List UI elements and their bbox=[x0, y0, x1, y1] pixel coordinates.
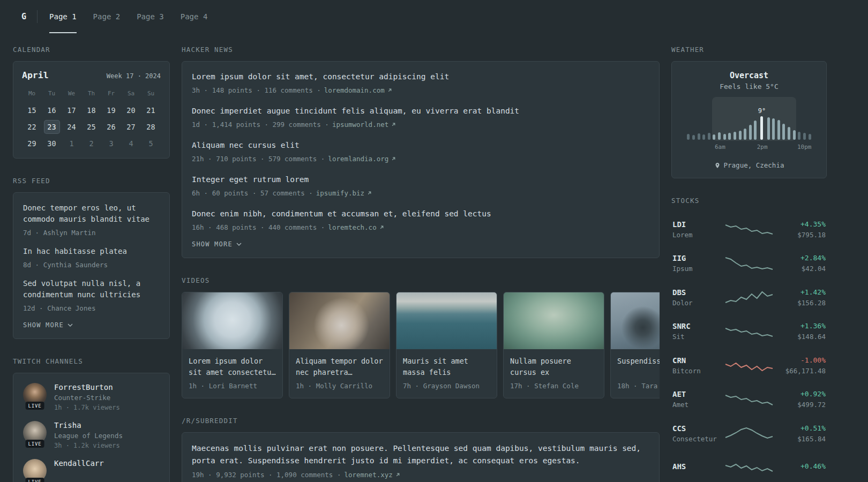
stock-values: +0.46% bbox=[775, 462, 826, 473]
weather-bar bbox=[802, 108, 807, 140]
app-logo[interactable]: G bbox=[21, 0, 37, 33]
video-thumbnail[interactable] bbox=[289, 292, 390, 349]
video-body: Mauris sit amet massa felis 7h · Grayson… bbox=[396, 349, 497, 398]
video-title[interactable]: Aliquam tempor dolor nec pharetra… bbox=[296, 356, 383, 378]
page-tab[interactable]: Page 4 bbox=[181, 0, 208, 33]
dashboard-columns: CALENDAR April Week 17 · 2024 MoTuWeThFr… bbox=[0, 33, 868, 482]
stock-values: +1.36% $148.64 bbox=[775, 321, 826, 341]
weather-bar bbox=[766, 108, 771, 140]
hackernews-item: Donec enim nibh, condimentum et accumsan… bbox=[192, 208, 649, 232]
hackernews-item-domain[interactable]: ipsumworld.net bbox=[332, 120, 396, 129]
video-title[interactable]: Mauris sit amet massa felis bbox=[403, 356, 490, 378]
video-thumbnail[interactable] bbox=[611, 292, 660, 349]
stock-row[interactable]: LDI Lorem +4.35% $795.18 bbox=[671, 212, 827, 246]
subreddit-post-domain[interactable]: loremnet.xyz bbox=[344, 470, 400, 479]
live-badge: LIVE bbox=[26, 402, 44, 410]
weather-bar bbox=[712, 108, 717, 140]
hackernews-item-title[interactable]: Lorem ipsum dolor sit amet, consectetur … bbox=[192, 71, 649, 82]
stocks-list: LDI Lorem +4.35% $795.18 bbox=[671, 212, 827, 482]
glance-dashboard: G Page 1 Page 2 Page 3 Page 4 CALENDAR A… bbox=[0, 0, 868, 482]
external-link-icon bbox=[395, 472, 401, 478]
chevron-down-icon bbox=[236, 243, 242, 246]
video-title[interactable]: Lorem ipsum dolor sit amet consectetu… bbox=[189, 356, 276, 378]
calendar-day: 2 bbox=[84, 137, 100, 150]
subreddit-post-title[interactable]: Maecenas mollis pulvinar erat non posuer… bbox=[192, 442, 649, 467]
hackernews-item-title[interactable]: Donec enim nibh, condimentum et accumsan… bbox=[192, 208, 649, 220]
calendar-day: 20 bbox=[123, 103, 139, 117]
stock-row[interactable]: SNRC Sit +1.36% $148.64 bbox=[671, 314, 827, 349]
subreddit-post-meta: 19h · 9,932 points · 1,090 comments · lo… bbox=[192, 470, 649, 479]
rss-show-more[interactable]: SHOW MORE bbox=[23, 321, 73, 329]
video-title[interactable]: Nullam posuere cursus ex bbox=[510, 356, 597, 378]
stock-sparkline bbox=[725, 391, 773, 407]
calendar-day: 19 bbox=[103, 103, 119, 117]
stock-sparkline bbox=[725, 425, 773, 441]
calendar-widget-header: CALENDAR bbox=[13, 46, 170, 54]
show-more-label: SHOW MORE bbox=[23, 321, 64, 329]
video-thumbnail[interactable] bbox=[182, 292, 282, 349]
hackernews-list: Lorem ipsum dolor sit amet, consectetur … bbox=[192, 71, 649, 232]
hackernews-item: Donec imperdiet augue tincidunt felis al… bbox=[192, 106, 649, 129]
hackernews-item-domain[interactable]: loremdomain.com bbox=[324, 86, 393, 95]
weather-location-label: Prague, Czechia bbox=[724, 161, 784, 169]
subreddit-list: Maecenas mollis pulvinar erat non posuer… bbox=[192, 442, 649, 479]
video-meta: 1h · Molly Carrillo bbox=[296, 381, 383, 390]
stock-row[interactable]: AET Amet +0.92% $499.72 bbox=[671, 382, 827, 417]
weather-time-axis: 6am2pm10pm bbox=[686, 144, 812, 151]
hackernews-show-more[interactable]: SHOW MORE bbox=[192, 240, 242, 248]
weather-bar bbox=[807, 108, 812, 140]
hackernews-widget: HACKER NEWS Lorem ipsum dolor sit amet, … bbox=[182, 46, 660, 258]
hackernews-item-domain[interactable]: loremlandia.org bbox=[328, 154, 396, 163]
stock-ticker: CCS bbox=[672, 424, 723, 433]
subreddit-card: Maecenas mollis pulvinar erat non posuer… bbox=[182, 432, 660, 482]
stock-row[interactable]: IIG Ipsum +2.84% $42.04 bbox=[671, 246, 827, 281]
video-thumbnail[interactable] bbox=[396, 292, 497, 349]
hackernews-item-domain[interactable]: loremtech.co bbox=[328, 223, 384, 232]
video-thumbnail[interactable] bbox=[504, 292, 604, 349]
stock-id: AET Amet bbox=[672, 389, 723, 409]
rss-item-title[interactable]: Donec tempor eros leo, ut commodo mauris… bbox=[23, 202, 160, 225]
weather-bar bbox=[701, 108, 707, 140]
weather-bar bbox=[748, 108, 753, 140]
external-link-icon bbox=[366, 190, 372, 196]
channel-viewers: 3h · 1.2k viewers bbox=[54, 442, 123, 449]
hackernews-item-stats: 21h · 710 points · 579 comments · bbox=[192, 154, 325, 163]
hackernews-item-domain[interactable]: ipsumify.biz bbox=[316, 189, 372, 198]
weather-time-label: 10pm bbox=[797, 144, 812, 150]
page-tab[interactable]: Page 3 bbox=[137, 0, 164, 33]
stock-ticker: AET bbox=[672, 389, 723, 399]
rss-item-title[interactable]: Sed volutpat nulla nisl, a condimentum n… bbox=[23, 278, 160, 300]
twitch-channel-row[interactable]: LIVE KendallCarr bbox=[23, 459, 160, 482]
nav-divider bbox=[37, 10, 38, 23]
show-more-label: SHOW MORE bbox=[192, 240, 233, 248]
twitch-channel-row[interactable]: LIVE Trisha League of Legends 3h · 1.2k … bbox=[23, 421, 160, 449]
chevron-down-icon bbox=[68, 323, 73, 327]
hackernews-item-title[interactable]: Aliquam nec cursus elit bbox=[192, 140, 649, 151]
calendar-month: April bbox=[22, 70, 49, 80]
hackernews-item-meta: 6h · 60 points · 57 comments · ipsumify.… bbox=[192, 189, 649, 198]
weather-time-label: 2pm bbox=[757, 144, 768, 150]
rss-item-title[interactable]: In hac habitasse platea bbox=[23, 246, 160, 257]
hackernews-item-meta: 1d · 1,414 points · 299 comments · ipsum… bbox=[192, 120, 649, 129]
hackernews-item-title[interactable]: Donec imperdiet augue tincidunt felis al… bbox=[192, 106, 649, 117]
weather-bar bbox=[781, 108, 787, 140]
stock-row[interactable]: AHS +0.46% bbox=[671, 450, 827, 482]
stock-values: -1.00% $66,171.48 bbox=[775, 356, 826, 375]
page-tab[interactable]: Page 1 bbox=[49, 0, 77, 33]
page-tabs: Page 1 Page 2 Page 3 Page 4 bbox=[49, 0, 224, 33]
twitch-channel-row[interactable]: LIVE ForrestBurton Counter-Strike 1h · 1… bbox=[23, 383, 160, 411]
calendar-day: 26 bbox=[103, 120, 119, 134]
hackernews-item-title[interactable]: Integer eget rutrum lorem bbox=[192, 174, 649, 185]
subreddit-post: Maecenas mollis pulvinar erat non posuer… bbox=[192, 442, 649, 479]
stock-row[interactable]: CRN Bitcorn -1.00% $66,171.48 bbox=[671, 348, 827, 382]
stock-change: +4.35% bbox=[800, 220, 826, 229]
video-title[interactable]: Suspendisse diam bbox=[617, 356, 660, 378]
page-tab[interactable]: Page 2 bbox=[93, 0, 121, 33]
stock-row[interactable]: DBS Dolor +1.42% $156.28 bbox=[671, 280, 827, 314]
stock-ticker: SNRC bbox=[672, 321, 723, 331]
rss-widget: RSS FEED Donec tempor eros leo, ut commo… bbox=[13, 177, 170, 339]
avatar: LIVE bbox=[23, 383, 47, 406]
subreddit-post-stats: 19h · 9,932 points · 1,090 comments · bbox=[192, 470, 341, 479]
stock-row[interactable]: CCS Consectetur +0.51% $165.84 bbox=[671, 416, 827, 450]
stock-name: Sit bbox=[672, 333, 723, 341]
